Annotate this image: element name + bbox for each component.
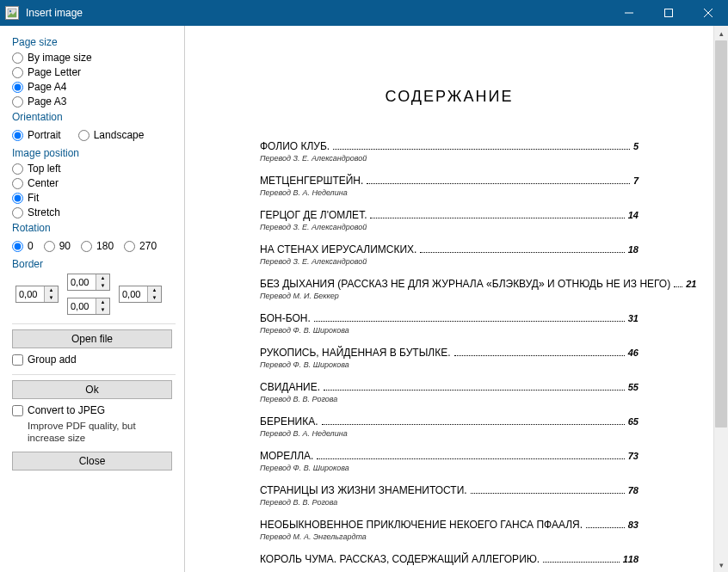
toc-dots: [586, 527, 625, 528]
preview-canvas: СОДЕРЖАНИЕ ФОЛИО КЛУБ.5Перевод З. Е. Але…: [185, 26, 713, 572]
toc-sub: Перевод Ф. В. Широкова: [260, 360, 639, 369]
toc-dots: [317, 458, 624, 459]
convert-jpeg-sub: Improve PDF quality, but increase size: [28, 420, 176, 445]
radio-page-a3[interactable]: Page A3: [12, 95, 176, 108]
radio-rot-90[interactable]: 90: [44, 240, 71, 252]
toc-page: 46: [628, 348, 639, 358]
vertical-scrollbar[interactable]: ▴ ▾: [713, 26, 728, 572]
svg-point-1: [9, 10, 11, 12]
radio-stretch[interactable]: Stretch: [12, 206, 176, 218]
toc-sub: Перевод М. И. Беккер: [260, 292, 639, 300]
toc-entry: НЕОБЫКНОВЕННОЕ ПРИКЛЮЧЕНИЕ НЕКОЕГО ГАНСА…: [260, 519, 639, 541]
radio-center[interactable]: Center: [12, 177, 176, 189]
toc-page: 5: [633, 141, 639, 151]
toc-name: БЕРЕНИКА.: [260, 415, 318, 427]
toc-page: 118: [623, 554, 639, 564]
radio-rot-0[interactable]: 0: [12, 240, 34, 252]
radio-rot-270[interactable]: 270: [124, 240, 157, 252]
toc-dots: [333, 149, 630, 150]
toc-name: МЕТЦЕНГЕРШТЕЙН.: [260, 175, 363, 187]
document-page: СОДЕРЖАНИЕ ФОЛИО КЛУБ.5Перевод З. Е. Але…: [225, 36, 673, 572]
toc-entry: СТРАНИЦЫ ИЗ ЖИЗНИ ЗНАМЕНИТОСТИ.78Перевод…: [260, 484, 639, 507]
toc-page: 14: [628, 210, 639, 220]
toc-name: РУКОПИСЬ, НАЙДЕННАЯ В БУТЫЛКЕ.: [260, 347, 451, 359]
toc-entry: НА СТЕНАХ ИЕРУСАЛИМСКИХ.18Перевод З. Е. …: [260, 243, 639, 266]
toc-dots: [314, 321, 625, 322]
convert-jpeg-checkbox[interactable]: Convert to JPEG: [12, 404, 176, 416]
toc-name: СТРАНИЦЫ ИЗ ЖИЗНИ ЗНАМЕНИТОСТИ.: [260, 484, 467, 496]
close-button[interactable]: [688, 0, 728, 26]
toc-dots: [367, 183, 630, 184]
toc-page: 65: [628, 416, 639, 427]
toc-name: ГЕРЦОГ ДЕ Л'ОМЛЕТ.: [260, 209, 367, 221]
scroll-thumb[interactable]: [715, 40, 727, 427]
preview-area: СОДЕРЖАНИЕ ФОЛИО КЛУБ.5Перевод З. Е. Але…: [185, 26, 728, 572]
radio-page-a4[interactable]: Page A4: [12, 81, 176, 93]
toc-sub: Перевод З. Е. Александровой: [260, 257, 639, 266]
radio-landscape[interactable]: Landscape: [78, 129, 145, 141]
border-top-spinner[interactable]: ▲▼: [67, 274, 110, 291]
toc-list: ФОЛИО КЛУБ.5Перевод З. Е. АлександровойМ…: [260, 140, 639, 565]
toc-dots: [454, 355, 625, 356]
radio-portrait[interactable]: Portrait: [12, 129, 61, 141]
page-title: СОДЕРЖАНИЕ: [260, 88, 639, 106]
toc-entry: КОРОЛЬ ЧУМА. Рассказ, содержащий аллегор…: [260, 553, 639, 565]
toc-entry: БЕЗ ДЫХАНИЯ (Рассказ не для журнала «Блэ…: [260, 278, 639, 300]
toc-name: СВИДАНИЕ.: [260, 381, 320, 393]
toc-sub: Перевод В. В. Рогова: [260, 498, 639, 507]
maximize-button[interactable]: [649, 0, 688, 26]
border-bottom-spinner[interactable]: ▲▼: [67, 298, 110, 315]
toc-sub: Перевод З. Е. Александровой: [260, 154, 639, 163]
border-left-spinner[interactable]: ▲▼: [15, 286, 59, 303]
radio-fit[interactable]: Fit: [12, 192, 176, 204]
page-size-label: Page size: [12, 36, 176, 48]
toc-dots: [370, 218, 624, 218]
ok-button[interactable]: Ok: [12, 380, 172, 399]
toc-dots: [471, 493, 625, 494]
sidebar: Page size By image size Page Letter Page…: [0, 26, 185, 572]
toc-page: 83: [628, 520, 639, 530]
orientation-label: Orientation: [12, 111, 176, 123]
toc-dots: [674, 286, 682, 287]
toc-name: НА СТЕНАХ ИЕРУСАЛИМСКИХ.: [260, 243, 416, 255]
scroll-down-icon[interactable]: ▾: [714, 557, 728, 572]
toc-page: 18: [628, 244, 639, 255]
scroll-up-icon[interactable]: ▴: [714, 26, 728, 40]
toc-entry: СВИДАНИЕ.55Перевод В. В. Рогова: [260, 381, 639, 403]
radio-by-image-size[interactable]: By image size: [12, 52, 176, 64]
toc-name: НЕОБЫКНОВЕННОЕ ПРИКЛЮЧЕНИЕ НЕКОЕГО ГАНСА…: [260, 519, 583, 531]
toc-name: КОРОЛЬ ЧУМА. Рассказ, содержащий аллегор…: [260, 553, 540, 565]
close-dialog-button[interactable]: Close: [12, 452, 172, 471]
toc-sub: Перевод В. В. Рогова: [260, 395, 639, 403]
toc-entry: РУКОПИСЬ, НАЙДЕННАЯ В БУТЫЛКЕ.46Перевод …: [260, 347, 639, 369]
app-icon: [5, 6, 19, 20]
toc-dots: [322, 424, 625, 425]
window-title: Insert image: [26, 7, 609, 19]
toc-sub: Перевод В. А. Неделина: [260, 429, 639, 438]
toc-entry: МЕТЦЕНГЕРШТЕЙН.7Перевод В. А. Неделина: [260, 175, 639, 197]
minimize-button[interactable]: [609, 0, 649, 26]
titlebar: Insert image: [0, 0, 728, 26]
open-file-button[interactable]: Open file: [12, 329, 172, 348]
radio-rot-180[interactable]: 180: [81, 240, 114, 252]
toc-page: 7: [633, 175, 639, 186]
toc-page: 21: [686, 279, 696, 289]
toc-sub: Перевод В. А. Неделина: [260, 188, 639, 197]
toc-entry: БЕРЕНИКА.65Перевод В. А. Неделина: [260, 415, 639, 438]
toc-sub: Перевод М. А. Энгельгардта: [260, 532, 639, 541]
toc-page: 78: [628, 485, 639, 495]
group-add-checkbox[interactable]: Group add: [12, 354, 176, 366]
radio-page-letter[interactable]: Page Letter: [12, 66, 176, 78]
svg-rect-3: [665, 9, 673, 17]
toc-entry: ГЕРЦОГ ДЕ Л'ОМЛЕТ.14Перевод З. Е. Алекса…: [260, 209, 639, 231]
toc-name: ФОЛИО КЛУБ.: [260, 140, 330, 152]
toc-sub: Перевод Ф. В. Широкова: [260, 464, 639, 472]
border-right-spinner[interactable]: ▲▼: [119, 286, 162, 303]
toc-dots: [420, 252, 624, 253]
toc-page: 55: [628, 382, 639, 392]
toc-sub: Перевод Ф. В. Широкова: [260, 326, 639, 335]
toc-page: 31: [628, 313, 639, 323]
radio-top-left[interactable]: Top left: [12, 163, 176, 175]
toc-dots: [543, 562, 619, 563]
toc-name: БОН-БОН.: [260, 312, 311, 324]
